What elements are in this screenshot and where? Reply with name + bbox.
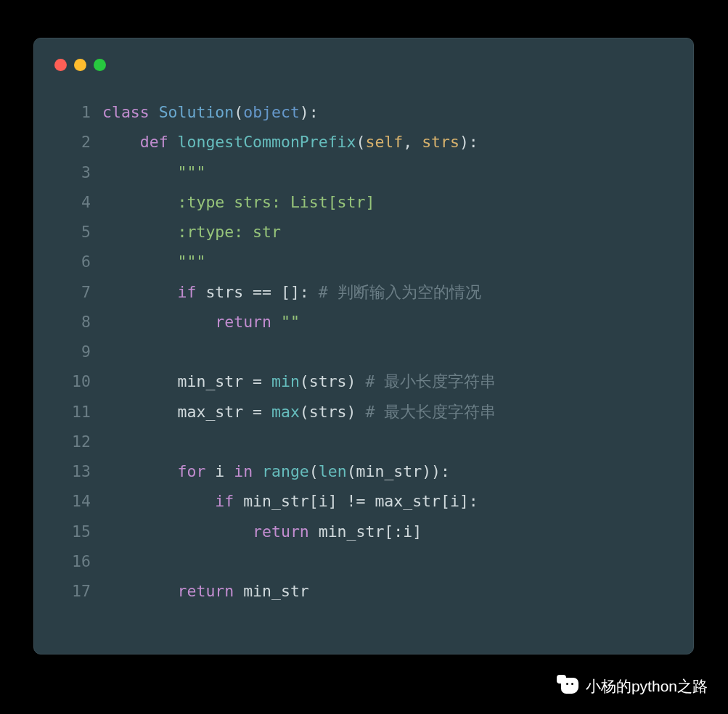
token-pun: [102, 462, 178, 480]
code-line: 8 return "": [56, 307, 671, 337]
code-line: 14 if min_str[i] != max_str[i]:: [56, 486, 671, 516]
token-pun: [102, 582, 178, 600]
token-pun: min_str[i] != max_str[i]:: [234, 492, 478, 510]
line-number: 9: [56, 337, 91, 366]
token-pun: i: [205, 462, 234, 480]
window-controls: [34, 59, 693, 71]
line-number: 6: [56, 247, 91, 276]
token-kw: in: [234, 462, 253, 480]
code-line: 4 :type strs: List[str]: [56, 187, 671, 217]
line-number: 13: [56, 456, 91, 486]
code-window: 1class Solution(object):2 def longestCom…: [33, 38, 694, 654]
line-number: 15: [56, 517, 91, 546]
token-pun: [253, 462, 262, 480]
line-number: 4: [56, 187, 91, 217]
token-pun: min_str =: [102, 372, 271, 390]
close-button[interactable]: [54, 59, 67, 71]
code-line: 17 return min_str: [56, 576, 671, 606]
token-str: "": [281, 313, 300, 331]
token-pun: min_str[:i]: [309, 522, 422, 541]
token-kw: if: [178, 283, 197, 301]
token-pun: [102, 133, 140, 151]
token-pun: (min_str)):: [347, 462, 450, 480]
token-pun: [102, 193, 178, 211]
token-str: :type strs: List[str]: [178, 193, 375, 211]
token-pun: [102, 313, 215, 331]
token-fn: min: [271, 372, 300, 390]
line-number: 17: [56, 576, 91, 606]
token-pun: [102, 522, 253, 541]
token-fn: len: [319, 462, 347, 480]
token-pun: [102, 492, 215, 510]
token-pun: strs == []:: [196, 283, 318, 301]
token-pun: (strs): [300, 403, 366, 421]
line-number: 5: [56, 217, 91, 247]
token-cls: Solution: [159, 103, 234, 121]
line-number: 1: [56, 97, 91, 127]
token-kw: def: [140, 133, 178, 151]
code-line: 9: [56, 337, 671, 366]
token-kw: return: [178, 582, 234, 600]
token-pun: ):: [459, 133, 478, 151]
token-str: """: [178, 163, 206, 181]
token-kw: return: [253, 522, 309, 541]
token-pun: (: [234, 103, 243, 121]
token-kw: return: [215, 313, 271, 331]
line-number: 16: [56, 546, 91, 576]
line-number: 2: [56, 127, 91, 157]
line-number: 12: [56, 427, 91, 456]
token-lit: object: [243, 103, 300, 121]
line-number: 8: [56, 307, 91, 337]
line-number: 7: [56, 277, 91, 307]
code-line: 15 return min_str[:i]: [56, 517, 671, 546]
watermark: 小杨的python之路: [557, 675, 708, 698]
code-line: 7 if strs == []: # 判断输入为空的情况: [56, 277, 671, 307]
token-fn: range: [262, 462, 309, 480]
token-pun: max_str =: [102, 403, 271, 421]
code-line: 6 """: [56, 247, 671, 276]
token-pun: [102, 283, 178, 301]
token-pun: [102, 223, 178, 241]
minimize-button[interactable]: [74, 59, 86, 71]
code-line: 13 for i in range(len(min_str)):: [56, 456, 671, 486]
line-number: 10: [56, 366, 91, 396]
token-pun: [102, 163, 178, 181]
token-cmt: # 最大长度字符串: [365, 403, 496, 421]
code-line: 3 """: [56, 157, 671, 187]
token-par: strs: [422, 133, 459, 151]
code-line: 11 max_str = max(strs) # 最大长度字符串: [56, 397, 671, 427]
wechat-icon: [557, 675, 580, 698]
watermark-text: 小杨的python之路: [586, 676, 708, 697]
token-kw: if: [215, 492, 234, 510]
token-kw: for: [178, 462, 206, 480]
code-line: 16: [56, 546, 671, 576]
line-number: 11: [56, 397, 91, 427]
code-block: 1class Solution(object):2 def longestCom…: [34, 97, 693, 628]
token-fn: max: [271, 403, 300, 421]
code-line: 5 :rtype: str: [56, 217, 671, 247]
token-pun: (strs): [300, 372, 366, 390]
token-cmt: # 最小长度字符串: [365, 372, 496, 390]
code-line: 2 def longestCommonPrefix(self, strs):: [56, 127, 671, 157]
token-str: """: [178, 253, 206, 271]
zoom-button[interactable]: [94, 59, 106, 71]
token-pun: (: [309, 462, 319, 480]
token-pun: min_str: [234, 582, 309, 600]
token-cmt: # 判断输入为空的情况: [319, 283, 481, 301]
token-par: self: [365, 133, 403, 151]
code-line: 1class Solution(object):: [56, 97, 671, 127]
line-number: 3: [56, 157, 91, 187]
token-pun: [271, 313, 281, 331]
token-kw: class: [102, 103, 159, 121]
code-line: 10 min_str = min(strs) # 最小长度字符串: [56, 366, 671, 396]
token-str: :rtype: str: [178, 223, 281, 241]
line-number: 14: [56, 486, 91, 516]
token-pun: ,: [403, 133, 422, 151]
token-pun: (: [356, 133, 366, 151]
token-pun: [102, 253, 178, 271]
token-fn: longestCommonPrefix: [178, 133, 356, 151]
token-pun: ):: [300, 103, 319, 121]
code-line: 12: [56, 427, 671, 456]
